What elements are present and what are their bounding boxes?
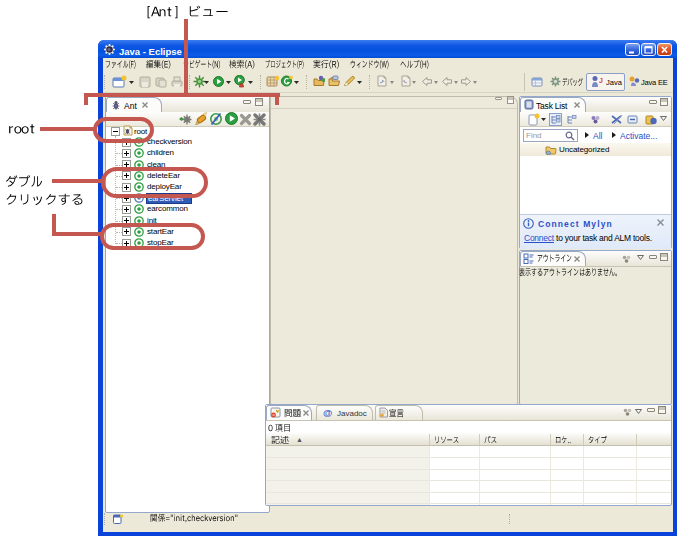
svg-text:J: J xyxy=(599,77,603,84)
